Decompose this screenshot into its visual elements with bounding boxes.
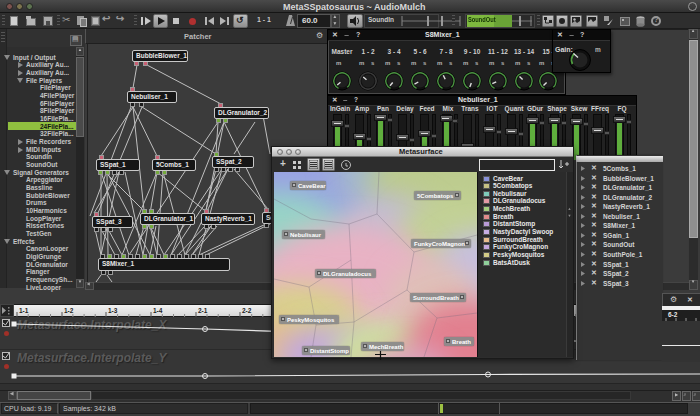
svg-text:2-2: 2-2: [242, 307, 252, 314]
svg-text:1-4: 1-4: [153, 307, 163, 314]
svg-text:1-3: 1-3: [108, 307, 118, 314]
svg-text:1-2: 1-2: [64, 307, 74, 314]
svg-text:2-1: 2-1: [198, 307, 208, 314]
svg-text:1-1: 1-1: [19, 307, 29, 314]
